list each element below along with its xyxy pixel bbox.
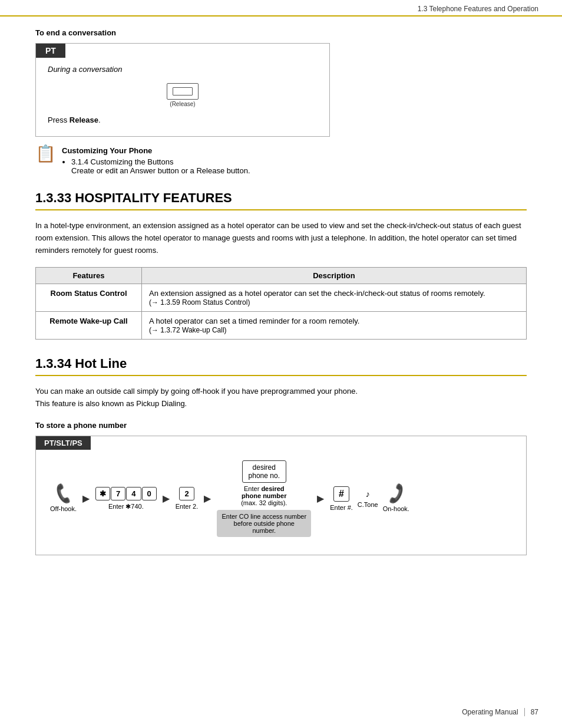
hotline-description: You can make an outside call simply by g… xyxy=(35,386,527,410)
star740-item: ✱ 7 4 0 Enter ✱740. xyxy=(95,487,157,510)
hash-item: # Enter #. xyxy=(330,486,353,511)
arrow-4: ▶ xyxy=(317,493,324,504)
end-conversation-heading: To end a conversation xyxy=(35,28,527,37)
pt-slt-box: PT/SLT/PS 📞 Off-hook. ▶ ✱ 7 4 0 Enter ✱7… xyxy=(35,436,527,555)
pt-slt-tab-label: PT/SLT/PS xyxy=(36,436,91,450)
off-hook-item: 📞 Off-hook. xyxy=(50,485,77,512)
co-line-tooltip: Enter CO line access number before outsi… xyxy=(217,510,311,537)
on-hook-icon: 📞 xyxy=(384,482,408,506)
desired-phone-label: Enter desiredphone number(max. 32 digits… xyxy=(241,485,287,506)
table-row: Remote Wake-up Call A hotel operator can… xyxy=(36,312,527,340)
on-hook-item: 📞 On-hook. xyxy=(383,485,409,512)
hospitality-description: In a hotel-type environment, an extensio… xyxy=(35,220,527,256)
hospitality-section-num: 1.3.33 xyxy=(35,190,71,205)
hash-label: Enter #. xyxy=(330,504,353,511)
feature-remote-wakeup: Remote Wake-up Call xyxy=(36,312,142,340)
feature-table: Features Description Room Status Control… xyxy=(35,267,527,340)
customizing-note: 📋 Customizing Your Phone 3.1.4 Customizi… xyxy=(35,146,527,176)
pt-box: PT During a conversation (Release) Press… xyxy=(35,43,330,137)
hospitality-heading: 1.3.33 HOSPITALITY FEATURES xyxy=(35,190,527,210)
header-section-ref: 1.3 Telephone Features and Operation xyxy=(418,5,538,13)
table-row: Room Status Control An extension assigne… xyxy=(36,284,527,312)
table-header-features: Features xyxy=(36,268,142,284)
key2-item: 2 Enter 2. xyxy=(176,487,199,510)
key-7: 7 xyxy=(111,487,125,500)
diagram-row: 📞 Off-hook. ▶ ✱ 7 4 0 Enter ✱740. ▶ 2 En… xyxy=(36,460,526,537)
hotline-heading: 1.3.34 Hot Line xyxy=(35,356,527,376)
off-hook-icon: 📞 xyxy=(51,482,75,506)
press-release-text: Press Release. xyxy=(48,116,318,124)
key-4: 4 xyxy=(126,487,141,500)
key-2: 2 xyxy=(179,487,194,500)
release-button-diagram: (Release) xyxy=(48,83,318,107)
feature-room-status: Room Status Control xyxy=(36,284,142,312)
arrow-2: ▶ xyxy=(163,493,170,504)
during-text: During a conversation xyxy=(48,65,318,74)
note-bullet-item1: 3.1.4 Customizing the Buttons Create or … xyxy=(71,157,250,175)
store-phone-heading: To store a phone number xyxy=(35,421,527,430)
ctone-label: C.Tone xyxy=(358,501,378,508)
release-key-icon xyxy=(167,83,199,100)
footer-divider xyxy=(524,708,525,716)
arrow-3: ▶ xyxy=(204,493,211,504)
note-content: Customizing Your Phone 3.1.4 Customizing… xyxy=(62,146,250,176)
desired-phone-item: desiredphone no. Enter desiredphone numb… xyxy=(217,460,311,537)
page-footer: Operating Manual 87 xyxy=(462,708,538,716)
hash-key: # xyxy=(333,486,349,502)
star740-keys: ✱ 7 4 0 xyxy=(95,487,157,500)
desc-room-status: An extension assigned as a hotel operato… xyxy=(142,284,527,312)
desc-remote-wakeup: A hotel operator can set a timed reminde… xyxy=(142,312,527,340)
key2-label: Enter 2. xyxy=(176,503,199,510)
on-hook-label: On-hook. xyxy=(383,505,409,512)
note-icon: 📋 xyxy=(35,144,56,163)
footer-text: Operating Manual xyxy=(462,708,518,716)
table-header-description: Description xyxy=(142,268,527,284)
desired-phone-key: desiredphone no. xyxy=(242,460,286,483)
page-header: 1.3 Telephone Features and Operation xyxy=(0,0,562,17)
star-key: ✱ xyxy=(95,487,110,500)
arrow-1: ▶ xyxy=(82,493,90,504)
ctone-item: ♪ C.Tone xyxy=(358,489,378,508)
hotline-section-num: 1.3.34 xyxy=(35,356,71,371)
star740-label: Enter ✱740. xyxy=(108,503,144,510)
release-key-caption: (Release) xyxy=(170,101,195,107)
pt-tab-label: PT xyxy=(36,44,65,58)
tone-symbol: ♪ xyxy=(366,489,370,499)
page-number: 87 xyxy=(531,708,538,716)
note-bullet-list: 3.1.4 Customizing the Buttons Create or … xyxy=(71,157,250,175)
ctone-icon: ♪ xyxy=(366,489,370,499)
ref-remote-wakeup: (→ 1.3.72 Wake-up Call) xyxy=(149,326,227,334)
hospitality-section-title: HOSPITALITY FEATURES xyxy=(75,190,232,205)
ref-room-status: (→ 1.3.59 Room Status Control) xyxy=(149,298,250,307)
hotline-section-title: Hot Line xyxy=(75,356,127,371)
off-hook-label: Off-hook. xyxy=(50,505,77,512)
key-0: 0 xyxy=(142,487,157,500)
note-title: Customizing Your Phone xyxy=(62,146,250,155)
